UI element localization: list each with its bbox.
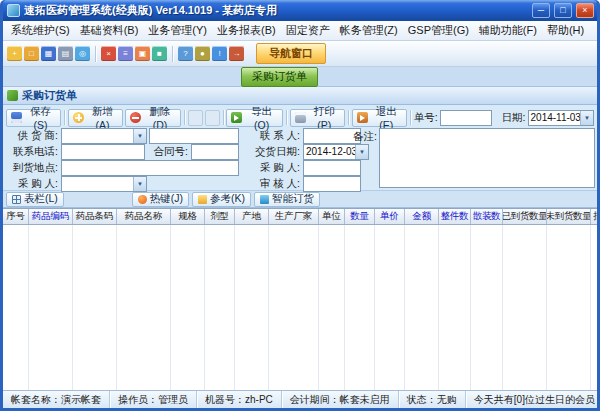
order-form: 保存(S) 新增(A) 删除(D) 导出(O) 打印(P)	[3, 105, 597, 190]
calculator-icon[interactable]: ≡	[118, 46, 133, 61]
auditor-input[interactable]	[303, 176, 361, 192]
buyer-combo[interactable]: ▼	[61, 176, 147, 192]
phone-input[interactable]	[61, 144, 145, 160]
app-icon	[7, 4, 20, 17]
print-button[interactable]: 打印(P)	[290, 109, 345, 127]
exit-button[interactable]: 退出(E)	[352, 109, 407, 127]
column-header[interactable]: 单价	[375, 209, 405, 224]
table-column	[503, 225, 547, 390]
maximize-button[interactable]: □	[554, 3, 572, 18]
form-row: 到货地点:	[3, 160, 239, 175]
view-toolbar: 表栏(L) 热键(J) 参考(K) 智能订货	[3, 190, 597, 208]
dropdown-arrow-icon[interactable]: ▼	[133, 129, 146, 143]
table-column	[547, 225, 591, 390]
table-header-row: 序号药品编码药品条码药品名称规格剂型产地生产厂家单位数量单价金额整件数散装数已到…	[3, 209, 597, 225]
table-column	[345, 225, 375, 390]
column-header[interactable]: 序号	[3, 209, 29, 224]
reference-button[interactable]: 参考(K)	[192, 192, 251, 207]
table-column	[235, 225, 269, 390]
dropdown-arrow-icon[interactable]: ▼	[355, 145, 368, 159]
order-no-input[interactable]	[440, 110, 492, 126]
print-icon[interactable]: ▤	[58, 46, 73, 61]
prev-record-button[interactable]	[188, 110, 203, 126]
title-bar[interactable]: 速拓医药管理系统(经典版) Ver14.1019 - 某药店专用 ─ □ ×	[3, 0, 597, 21]
column-header[interactable]: 已到货数量	[503, 209, 547, 224]
lock-icon[interactable]: ●	[195, 46, 210, 61]
export-button[interactable]: 导出(O)	[226, 109, 282, 127]
message-icon[interactable]: ■	[152, 46, 167, 61]
help-icon[interactable]: !	[212, 46, 227, 61]
columns-button[interactable]: 表栏(L)	[6, 192, 64, 207]
table-column	[405, 225, 439, 390]
menu-item[interactable]: 帐务管理(Z)	[335, 21, 403, 40]
dropdown-arrow-icon[interactable]: ▼	[133, 177, 146, 191]
column-header[interactable]: 散装数	[471, 209, 503, 224]
save-button[interactable]: 保存(S)	[6, 109, 61, 127]
note-input[interactable]	[379, 128, 595, 188]
close-button[interactable]: ×	[576, 3, 594, 18]
export-icon	[231, 112, 242, 123]
add-button[interactable]: 新增(A)	[68, 109, 123, 127]
contract-input[interactable]	[191, 144, 239, 160]
calendar-icon[interactable]: ▣	[135, 46, 150, 61]
delivery-date-picker[interactable]: 2014-12-03 ▼	[303, 144, 369, 160]
open-windows-bar: 采购订货单	[3, 67, 597, 87]
dropdown-arrow-icon[interactable]: ▼	[580, 111, 593, 125]
column-header[interactable]: 药品名称	[117, 209, 171, 224]
form-fields: 供 货 商: ▼ 联 系 人: 联系电话: 合同号: 交货日期:	[3, 128, 597, 190]
column-header[interactable]: 规格	[171, 209, 205, 224]
menu-item[interactable]: 系统维护(S)	[6, 21, 75, 40]
next-record-button[interactable]	[205, 110, 220, 126]
smart-order-button[interactable]: 智能订货	[254, 192, 320, 207]
delete-icon[interactable]: ×	[101, 46, 116, 61]
table-column	[319, 225, 345, 390]
minimize-button[interactable]: ─	[532, 3, 550, 18]
table-column	[205, 225, 235, 390]
smart-order-label: 智能订货	[272, 192, 314, 206]
address-input[interactable]	[61, 160, 239, 176]
order-no-label: 单号:	[414, 111, 438, 125]
panel-title: 采购订货单	[22, 88, 77, 103]
supplier-value	[62, 129, 133, 143]
toolbar-separator	[348, 110, 349, 125]
delivery-date-value: 2014-12-03	[304, 145, 355, 159]
hotkey-icon	[138, 195, 147, 204]
column-header[interactable]: 药品条码	[73, 209, 117, 224]
preview-icon[interactable]: ◎	[75, 46, 90, 61]
menu-bar: 系统维护(S)基础资料(B)业务管理(Y)业务报表(B)固定资产帐务管理(Z)G…	[3, 21, 597, 41]
export-label: 导出(O)	[245, 105, 277, 131]
query-icon[interactable]: ?	[178, 46, 193, 61]
table-body[interactable]	[3, 225, 597, 390]
grid-icon	[12, 195, 21, 204]
column-header[interactable]: 数量	[345, 209, 375, 224]
menu-item[interactable]: 固定资产	[281, 21, 335, 40]
purchase-order-tab[interactable]: 采购订货单	[241, 67, 318, 87]
column-header[interactable]: 金额	[405, 209, 439, 224]
purchaser-input[interactable]	[303, 160, 361, 176]
menu-item[interactable]: 业务管理(Y)	[143, 21, 212, 40]
hotkey-button[interactable]: 热键(J)	[132, 192, 189, 207]
column-header[interactable]: 药品编码	[29, 209, 73, 224]
delete-button[interactable]: 删除(D)	[125, 109, 181, 127]
column-header[interactable]: 批	[591, 209, 597, 224]
auditor-label: 审 核 人:	[249, 177, 303, 191]
menu-item[interactable]: 业务报表(B)	[212, 21, 281, 40]
open-folder-icon[interactable]: □	[24, 46, 39, 61]
save-icon[interactable]: ▦	[41, 46, 56, 61]
column-header[interactable]: 生产厂家	[269, 209, 319, 224]
exit-door-icon[interactable]: →	[229, 46, 244, 61]
menu-item[interactable]: GSP管理(G)	[403, 21, 474, 40]
supplier-name-input[interactable]	[149, 128, 239, 144]
menu-item[interactable]: 辅助功能(F)	[474, 21, 542, 40]
column-header[interactable]: 产地	[235, 209, 269, 224]
supplier-combo[interactable]: ▼	[61, 128, 147, 144]
menu-item[interactable]: 帮助(H)	[542, 21, 589, 40]
navigation-window-button[interactable]: 导航窗口	[256, 43, 326, 64]
column-header[interactable]: 剂型	[205, 209, 235, 224]
new-bill-icon[interactable]: +	[7, 46, 22, 61]
menu-item[interactable]: 基础资料(B)	[75, 21, 144, 40]
date-picker[interactable]: 2014-11-03 ▼	[528, 110, 594, 126]
column-header[interactable]: 未到货数量	[547, 209, 591, 224]
column-header[interactable]: 单位	[319, 209, 345, 224]
column-header[interactable]: 整件数	[439, 209, 471, 224]
